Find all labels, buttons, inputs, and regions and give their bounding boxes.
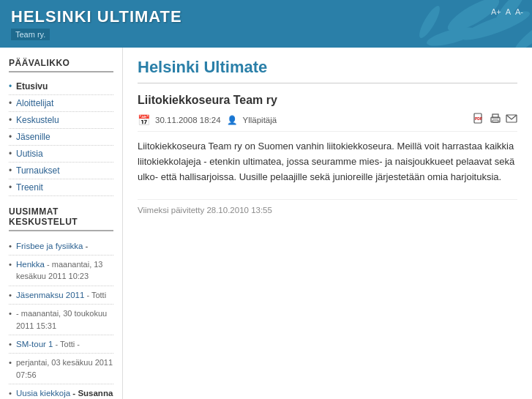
recent-link-5[interactable]: SM-tour 1 <box>16 340 53 348</box>
recent-link-2[interactable]: Henkka <box>16 260 45 269</box>
recent-link-3[interactable]: Jäsenmaksu 2011 <box>16 291 84 299</box>
recent-suffix-3: - Totti <box>84 291 106 299</box>
recent-item-6: perjantai, 03 kesäkuu 2011 07:56 <box>9 354 113 384</box>
recent-item-3: Jäsenmaksu 2011 - Totti <box>9 286 113 305</box>
article-date: 30.11.2008 18:24 <box>155 116 221 124</box>
recent-suffix-5: - Totti - <box>53 340 80 348</box>
header-font-tools: A+ A A- <box>491 7 523 16</box>
svg-text:PDF: PDF <box>475 116 482 121</box>
font-increase-button[interactable]: A+ <box>491 7 501 16</box>
nav-item-etusivu[interactable]: Etusivu <box>9 78 113 95</box>
header: HELSINKI ULTIMATE Team ry. A+ A A- <box>0 0 532 48</box>
nav-item-turnaukset[interactable]: Turnaukset <box>9 163 113 179</box>
pdf-button[interactable]: PDF <box>473 113 485 127</box>
nav-item-treenit[interactable]: Treenit <box>9 179 113 196</box>
article-footer: Viimeksi päivitetty 28.10.2010 13:55 <box>138 199 517 215</box>
nav-section-title: PÄÄVALIKKO <box>9 58 113 72</box>
recent-item-4: - maanantai, 30 toukokuu 2011 15:31 <box>9 305 113 335</box>
article-author: Ylläpitäjä <box>243 116 277 124</box>
site-title: HELSINKI ULTIMATE <box>11 7 521 26</box>
header-tagline: Team ry. <box>11 29 50 40</box>
article-body: Liitokiekkoseura Team ry on Suomen vanhi… <box>138 139 517 184</box>
email-button[interactable] <box>506 113 517 127</box>
article-title: Liitokiekkoseura Team ry <box>138 94 517 107</box>
nav-item-uutisia[interactable]: Uutisia <box>9 146 113 163</box>
article-tools: PDF <box>473 113 517 127</box>
font-default-button[interactable]: A <box>506 7 511 16</box>
svg-rect-10 <box>492 120 498 122</box>
font-decrease-button[interactable]: A- <box>515 7 523 16</box>
recent-item-1: Frisbee ja fysiikka - <box>9 237 113 256</box>
svg-point-3 <box>425 23 478 48</box>
print-button[interactable] <box>490 113 501 127</box>
page-title: Helsinki Ultimate <box>138 58 517 83</box>
article-updated: Viimeksi päivitetty 28.10.2010 13:55 <box>138 206 272 215</box>
recent-item-2: Henkka - maanantai, 13 kesäkuu 2011 10:2… <box>9 256 113 286</box>
calendar-icon: 📅 <box>138 114 149 126</box>
recent-link-7[interactable]: Uusia kiekkoja <box>16 389 70 398</box>
recent-item-7: Uusia kiekkoja - Susanna <box>9 384 113 399</box>
sidebar: PÄÄVALIKKO Etusivu Aloittelijat Keskuste… <box>0 48 123 399</box>
recent-item-5: SM-tour 1 - Totti - <box>9 335 113 354</box>
nav-item-aloittelijat[interactable]: Aloittelijat <box>9 95 113 112</box>
recent-suffix-1: - <box>83 242 88 250</box>
recent-suffix-4: - maanantai, 30 toukokuu 2011 15:31 <box>16 309 107 329</box>
article-meta: 📅 30.11.2008 18:24 👤 Ylläpitäjä PDF <box>138 113 517 132</box>
recent-discussions: Frisbee ja fysiikka - Henkka - maanantai… <box>9 237 113 399</box>
main-nav: Etusivu Aloittelijat Keskustelu Jäsenill… <box>9 78 113 196</box>
nav-item-keskustelu[interactable]: Keskustelu <box>9 112 113 129</box>
recent-suffix-6: perjantai, 03 kesäkuu 2011 07:56 <box>16 358 113 379</box>
nav-item-jasenille[interactable]: Jäsenille <box>9 129 113 146</box>
layout: PÄÄVALIKKO Etusivu Aloittelijat Keskuste… <box>0 48 532 399</box>
main-content: Helsinki Ultimate Liitokiekkoseura Team … <box>123 48 532 225</box>
article-text: Liitokiekkoseura Team ry on Suomen vanhi… <box>138 139 517 184</box>
article-author-icon: 👤 <box>227 115 237 125</box>
recent-section-title: UUSIMMAT KESKUSTELUT <box>9 206 113 231</box>
recent-link-1[interactable]: Frisbee ja fysiikka <box>16 242 83 250</box>
recent-suffix-7: - Susanna <box>70 389 113 398</box>
